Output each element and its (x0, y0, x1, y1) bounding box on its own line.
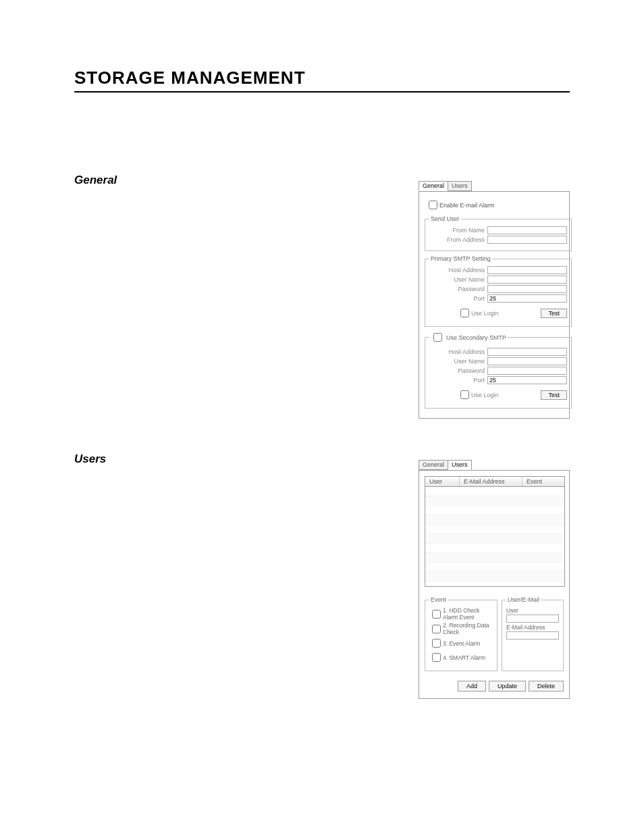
user-email-group: User/E-Mail User E-Mail Address (502, 596, 564, 671)
secondary-password-label: Password (429, 367, 487, 374)
delete-button[interactable]: Delete (529, 681, 564, 692)
primary-password-input[interactable] (487, 285, 567, 293)
secondary-test-button[interactable]: Test (541, 390, 567, 400)
enable-email-alarm-checkbox[interactable] (429, 201, 437, 209)
update-button[interactable]: Update (489, 681, 526, 692)
table-row[interactable] (425, 553, 564, 563)
secondary-use-login-label: Use Login (471, 392, 499, 398)
primary-use-login-checkbox[interactable] (460, 309, 469, 317)
primary-smtp-group: Primary SMTP Setting Host Address User N… (425, 255, 572, 327)
primary-port-input[interactable] (487, 294, 567, 303)
from-address-input[interactable] (487, 236, 567, 244)
event-opt-1-checkbox[interactable] (432, 610, 441, 619)
section-heading-general: General (74, 174, 570, 187)
secondary-port-input[interactable] (487, 376, 567, 384)
secondary-enable-checkbox[interactable] (433, 333, 442, 342)
event-opt-2-label: 2. Recording Data Check (443, 622, 493, 635)
secondary-smtp-legend: Use Secondary SMTP (446, 334, 506, 341)
event-opt-3-checkbox[interactable] (432, 639, 441, 648)
event-opt-4-checkbox[interactable] (432, 653, 441, 662)
event-opt-4-label: 4. SMART Alarm (443, 654, 485, 661)
table-row[interactable] (425, 534, 564, 544)
from-address-label: From Address (429, 236, 487, 243)
event-opt-1-label: 1. HDD Check Alarm Event (443, 607, 493, 621)
secondary-user-input[interactable] (487, 357, 567, 365)
event-opt-3-label: 3. Event Alarm (443, 640, 480, 647)
table-row[interactable] (425, 515, 564, 525)
secondary-password-input[interactable] (487, 367, 567, 375)
event-group: Event 1. HDD Check Alarm Event 2. Record… (425, 596, 498, 671)
send-user-group: Send User From Name From Address (425, 215, 572, 251)
user-field-label: User (506, 607, 559, 614)
table-row[interactable] (425, 506, 564, 515)
tab-users-2[interactable]: Users (448, 460, 472, 470)
mail-field-label: E-Mail Address (506, 624, 559, 631)
page-title: STORAGE MANAGEMENT (74, 68, 570, 93)
table-row[interactable] (425, 563, 564, 572)
table-row[interactable] (425, 572, 564, 581)
primary-host-input[interactable] (487, 266, 567, 274)
user-email-legend: User/E-Mail (506, 596, 541, 603)
secondary-host-label: Host Address (429, 348, 487, 355)
section-heading-users: Users (74, 452, 570, 466)
enable-email-alarm-label: Enable E-mail Alarm (439, 202, 495, 209)
primary-use-login-label: Use Login (471, 310, 499, 317)
primary-password-label: Password (429, 286, 487, 292)
table-row[interactable] (425, 496, 564, 506)
from-name-label: From Name (429, 227, 487, 234)
secondary-use-login-checkbox[interactable] (460, 390, 469, 399)
col-header-mail[interactable]: E-Mail Address (460, 477, 522, 486)
users-table-body[interactable] (425, 487, 564, 586)
secondary-user-label: User Name (429, 358, 487, 365)
table-row[interactable] (425, 544, 564, 553)
mail-field-input[interactable] (506, 631, 559, 640)
tab-users[interactable]: Users (448, 181, 472, 191)
table-row[interactable] (425, 581, 564, 587)
event-legend: Event (429, 596, 448, 603)
secondary-host-input[interactable] (487, 348, 567, 356)
tab-general[interactable]: General (419, 181, 448, 191)
user-field-input[interactable] (506, 615, 559, 623)
table-row[interactable] (425, 525, 564, 534)
primary-smtp-legend: Primary SMTP Setting (429, 255, 492, 262)
add-button[interactable]: Add (458, 681, 486, 692)
users-table: User E-Mail Address Event (425, 476, 565, 587)
table-row[interactable] (425, 487, 564, 496)
general-settings-panel: General Users Enable E-mail Alarm Send U… (419, 191, 570, 419)
send-user-legend: Send User (429, 215, 461, 222)
primary-user-label: User Name (429, 276, 487, 283)
event-opt-2-checkbox[interactable] (432, 625, 441, 633)
primary-port-label: Port (429, 295, 487, 302)
primary-user-input[interactable] (487, 276, 567, 284)
primary-test-button[interactable]: Test (541, 309, 567, 318)
col-header-user[interactable]: User (425, 477, 460, 486)
tab-general-2[interactable]: General (419, 460, 448, 470)
users-settings-panel: General Users User E-Mail Address Event (419, 470, 570, 699)
primary-host-label: Host Address (429, 267, 487, 273)
secondary-port-label: Port (429, 377, 487, 384)
from-name-input[interactable] (487, 226, 567, 234)
secondary-smtp-group: Use Secondary SMTP Host Address User Nam… (425, 331, 572, 409)
col-header-event[interactable]: Event (522, 477, 564, 486)
